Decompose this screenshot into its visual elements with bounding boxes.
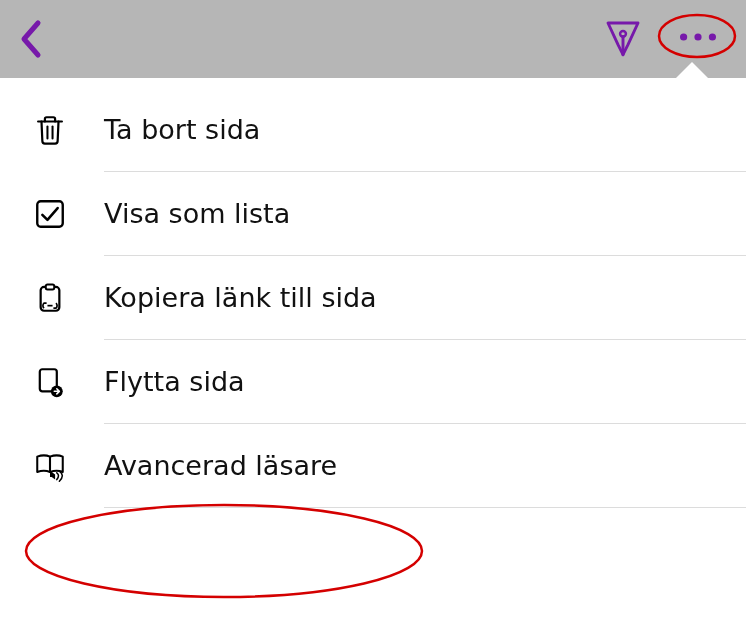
menu-item-label: Ta bort sida xyxy=(104,88,746,172)
page-move-icon xyxy=(30,362,70,402)
chevron-left-icon xyxy=(20,19,44,59)
clipboard-link-icon xyxy=(30,278,70,318)
svg-point-2 xyxy=(680,33,687,40)
context-menu: Ta bort sida Visa som lista Kopiera länk… xyxy=(0,78,746,508)
menu-item-immersive-reader[interactable]: Avancerad läsare xyxy=(0,424,746,508)
annotation-ellipse-immersive-reader xyxy=(22,501,427,601)
svg-point-4 xyxy=(709,33,716,40)
svg-rect-8 xyxy=(37,201,63,227)
menu-item-label: Visa som lista xyxy=(104,172,746,256)
trash-icon xyxy=(30,110,70,150)
menu-item-label: Flytta sida xyxy=(104,340,746,424)
svg-rect-10 xyxy=(46,284,55,289)
toolbar xyxy=(0,0,746,78)
menu-item-label: Avancerad läsare xyxy=(104,424,746,508)
svg-point-1 xyxy=(620,31,626,37)
checkbox-checked-icon xyxy=(30,194,70,234)
book-audio-icon xyxy=(30,446,70,486)
more-horizontal-icon xyxy=(674,28,722,46)
svg-point-14 xyxy=(26,505,422,597)
menu-item-label: Kopiera länk till sida xyxy=(104,256,746,340)
dropdown-caret xyxy=(676,62,708,78)
more-button[interactable] xyxy=(668,12,728,62)
pen-button[interactable] xyxy=(595,10,651,66)
back-button[interactable] xyxy=(12,14,52,64)
menu-item-view-as-list[interactable]: Visa som lista xyxy=(0,172,746,256)
menu-item-copy-link[interactable]: Kopiera länk till sida xyxy=(0,256,746,340)
menu-item-move-page[interactable]: Flytta sida xyxy=(0,340,746,424)
svg-point-3 xyxy=(694,33,701,40)
menu-item-delete-page[interactable]: Ta bort sida xyxy=(0,88,746,172)
pen-tip-icon xyxy=(603,18,643,58)
